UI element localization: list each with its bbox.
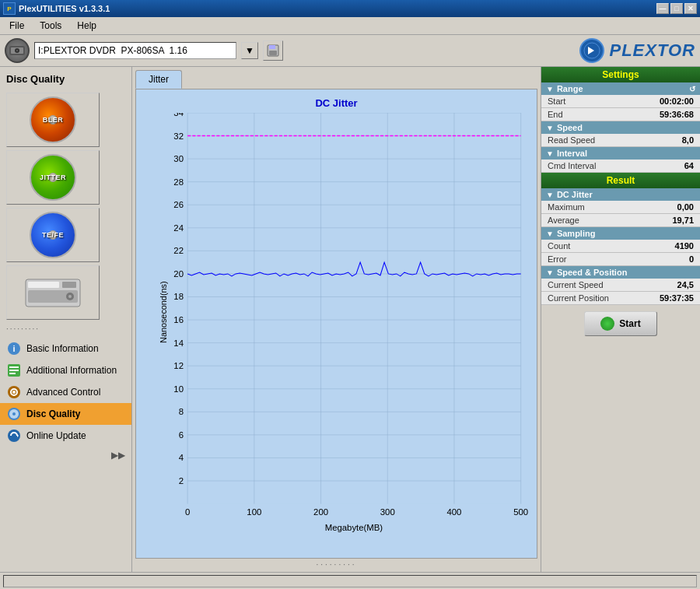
- titlebar: P PlexUTILITIES v1.3.3.1 — □ ✕: [0, 0, 700, 17]
- range-section-header: ▼ Range ↺: [541, 82, 700, 95]
- tefe-label: TE/FE: [42, 231, 64, 239]
- average-label: Average: [548, 216, 579, 225]
- range-refresh-icon[interactable]: ↺: [689, 85, 695, 93]
- dc-jitter-collapse-icon[interactable]: ▼: [546, 191, 554, 199]
- svg-rect-6: [269, 51, 277, 55]
- app-icon: P: [3, 2, 16, 15]
- sidebar-item-online-update[interactable]: Online Update: [0, 425, 131, 447]
- svg-text:10: 10: [173, 384, 184, 394]
- sidebar-item-additional[interactable]: Additional Information: [0, 359, 131, 381]
- range-end-label: End: [548, 110, 563, 119]
- svg-text:0: 0: [185, 508, 190, 517]
- speed-position-section-header: ▼ Speed & Position: [541, 266, 700, 279]
- speed-position-collapse-icon[interactable]: ▼: [546, 268, 554, 277]
- current-speed-row: Current Speed 24,5: [541, 279, 700, 292]
- range-start-label: Start: [548, 96, 565, 106]
- sampling-collapse-icon[interactable]: ▼: [546, 230, 554, 238]
- menu-file[interactable]: File: [3, 19, 30, 33]
- speed-position-header-label: Speed & Position: [557, 268, 627, 277]
- svg-point-25: [12, 412, 16, 415]
- maximum-label: Maximum: [548, 202, 585, 212]
- maximum-value: 0,00: [677, 202, 694, 212]
- tab-jitter[interactable]: Jitter: [135, 70, 182, 89]
- drive-select[interactable]: [34, 42, 236, 59]
- svg-point-22: [12, 391, 16, 394]
- svg-text:34: 34: [173, 113, 184, 117]
- menu-help[interactable]: Help: [71, 19, 103, 33]
- sidebar-item-advanced-label: Advanced Control: [26, 387, 100, 398]
- right-panel: Settings ▼ Range ↺ Start 00:02:00 End 59…: [541, 67, 700, 572]
- maximum-row: Maximum 0,00: [541, 201, 700, 214]
- current-position-label: Current Position: [548, 293, 609, 303]
- sidebar-item-disc-quality[interactable]: Disc Quality: [0, 403, 131, 425]
- drive-button[interactable]: [6, 265, 100, 320]
- disc-quality-icon: [6, 406, 22, 422]
- svg-text:32: 32: [173, 131, 184, 141]
- count-label: Count: [548, 241, 570, 251]
- interval-header-label: Interval: [557, 149, 587, 158]
- count-value: 4190: [675, 241, 694, 251]
- sidebar-header: Disc Quality: [0, 70, 131, 89]
- save-button[interactable]: [263, 40, 283, 61]
- content-scroll-indicator: ·········: [135, 560, 537, 569]
- svg-text:14: 14: [173, 338, 184, 348]
- start-button[interactable]: Start: [584, 311, 656, 336]
- tefe-button[interactable]: TE/FE: [6, 208, 100, 262]
- minimize-button[interactable]: —: [656, 3, 669, 14]
- sidebar: Disc Quality BLER JITTER TE/FE: [0, 67, 132, 572]
- sidebar-item-basic[interactable]: i Basic Information: [0, 338, 131, 359]
- sampling-section-header: ▼ Sampling: [541, 227, 700, 240]
- drive-image: [22, 272, 84, 314]
- current-position-row: Current Position 59:37:35: [541, 292, 700, 305]
- count-row: Count 4190: [541, 240, 700, 253]
- svg-text:500: 500: [513, 508, 528, 517]
- settings-header: Settings: [541, 67, 700, 82]
- plextor-logo: PLEXTOR: [579, 38, 695, 63]
- svg-rect-18: [9, 370, 19, 371]
- basic-icon: i: [6, 341, 22, 356]
- start-button-label: Start: [619, 318, 640, 329]
- menubar: File Tools Help: [0, 17, 700, 35]
- jitter-button[interactable]: JITTER: [6, 150, 100, 205]
- drive-icon: [5, 38, 30, 63]
- interval-collapse-icon[interactable]: ▼: [546, 149, 554, 158]
- svg-rect-28: [187, 113, 521, 504]
- cmd-interval-row: Cmd Interval 64: [541, 160, 700, 173]
- svg-text:2: 2: [179, 476, 184, 486]
- read-speed-label: Read Speed: [548, 135, 595, 145]
- speed-collapse-icon[interactable]: ▼: [546, 124, 554, 132]
- result-header: Result: [541, 173, 700, 188]
- range-collapse-icon[interactable]: ▼: [546, 85, 554, 93]
- maximize-button[interactable]: □: [670, 3, 683, 14]
- bler-button[interactable]: BLER: [6, 93, 100, 147]
- drive-dropdown-button[interactable]: ▼: [241, 42, 258, 59]
- read-speed-value: 8,0: [682, 135, 694, 145]
- close-button[interactable]: ✕: [684, 3, 697, 14]
- sidebar-item-advanced[interactable]: Advanced Control: [0, 381, 131, 403]
- sidebar-expand-arrow[interactable]: ▶▶: [0, 447, 131, 464]
- average-value: 19,71: [672, 216, 694, 225]
- statusbar: [0, 572, 700, 589]
- tab-bar: Jitter: [135, 70, 537, 89]
- svg-rect-5: [269, 45, 275, 49]
- range-end-row: End 59:36:68: [541, 108, 700, 121]
- svg-text:300: 300: [380, 508, 395, 517]
- toolbar: ▼ PLEXTOR: [0, 35, 700, 67]
- content-area: Jitter DC Jitter: [132, 67, 541, 572]
- bler-label: BLER: [43, 116, 64, 124]
- start-btn-container: Start: [541, 305, 700, 342]
- range-end-value: 59:36:68: [660, 110, 694, 119]
- jitter-label: JITTER: [40, 174, 66, 181]
- average-row: Average 19,71: [541, 214, 700, 227]
- svg-text:6: 6: [179, 430, 184, 440]
- svg-text:100: 100: [247, 508, 261, 517]
- current-speed-label: Current Speed: [548, 280, 604, 289]
- sidebar-dots: ·········: [0, 323, 131, 335]
- plextor-logo-icon: [579, 38, 604, 63]
- error-row: Error 0: [541, 253, 700, 266]
- svg-text:16: 16: [173, 315, 184, 324]
- read-speed-row: Read Speed 8,0: [541, 134, 700, 147]
- menu-tools[interactable]: Tools: [33, 19, 68, 33]
- current-position-value: 59:37:35: [660, 293, 694, 303]
- svg-text:12: 12: [173, 361, 184, 370]
